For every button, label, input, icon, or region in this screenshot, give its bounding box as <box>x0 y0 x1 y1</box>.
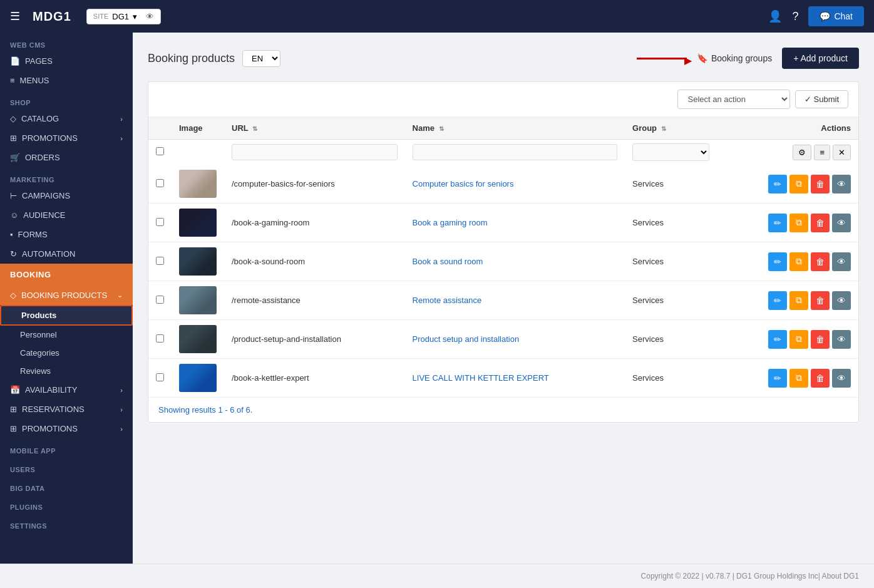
checkmark-icon: ✓ <box>805 95 811 104</box>
sidebar-item-audience[interactable]: ☺ AUDIENCE <box>0 205 133 225</box>
view-button[interactable]: 👁 <box>832 214 851 232</box>
user-icon[interactable]: 👤 <box>768 9 782 23</box>
chevron-right-icon: › <box>120 386 123 394</box>
chevron-right-icon: › <box>120 115 123 123</box>
sidebar-item-forms[interactable]: ▪ FORMS <box>0 225 133 244</box>
sidebar-sub-item-categories[interactable]: Categories <box>0 344 133 362</box>
row-name-cell: Product setup and installation <box>405 320 625 359</box>
delete-button[interactable]: 🗑 <box>811 252 830 271</box>
row-actions-cell: ✏ ⧉ 🗑 👁 <box>717 165 858 204</box>
copy-button[interactable]: ⧉ <box>789 291 808 310</box>
view-button[interactable]: 👁 <box>832 369 851 388</box>
sidebar-item-catalog[interactable]: ◇ CATALOG › <box>0 109 133 128</box>
lang-selector[interactable]: EN FR DE <box>242 50 280 67</box>
delete-button[interactable]: 🗑 <box>811 291 830 310</box>
promotions-icon: ⊞ <box>10 133 17 143</box>
table-row: /book-a-sound-room Book a sound room Ser… <box>148 242 858 281</box>
filter-name-cell <box>405 140 625 165</box>
product-thumbnail <box>179 325 217 353</box>
product-thumbnail <box>179 170 217 198</box>
section-title-mobile: MOBILE APP <box>0 438 133 457</box>
sidebar-item-orders[interactable]: 🛒 ORDERS <box>0 148 133 167</box>
copy-button[interactable]: ⧉ <box>789 214 808 232</box>
filter-row: Services ⚙ ≡ ✕ <box>148 140 858 165</box>
filter-list-button[interactable]: ≡ <box>814 145 830 160</box>
edit-button[interactable]: ✏ <box>768 252 787 271</box>
arrow-indicator: ▶ <box>637 58 687 59</box>
sidebar-item-promotions[interactable]: ⊞ PROMOTIONS › <box>0 128 133 148</box>
row-name-cell: Book a gaming room <box>405 204 625 242</box>
eye-icon[interactable]: 👁 <box>146 12 154 21</box>
sidebar-item-menus[interactable]: ≡ MENUS <box>0 71 133 90</box>
filter-settings-button[interactable]: ⚙ <box>793 145 811 160</box>
sidebar-item-availability[interactable]: 📅 AVAILABILITY › <box>0 380 133 400</box>
section-title-bigdata: BIG DATA <box>0 476 133 495</box>
sidebar-sub-item-reviews[interactable]: Reviews <box>0 362 133 380</box>
delete-button[interactable]: 🗑 <box>811 214 830 232</box>
sidebar-sub-item-personnel[interactable]: Personnel <box>0 326 133 344</box>
edit-button[interactable]: ✏ <box>768 214 787 232</box>
row-group-cell: Services <box>625 242 717 281</box>
row-actions-cell: ✏ ⧉ 🗑 👁 <box>717 281 858 320</box>
site-selector[interactable]: SITE DG1 ▾ 👁 <box>86 9 161 24</box>
copy-button[interactable]: ⧉ <box>789 369 808 388</box>
edit-button[interactable]: ✏ <box>768 175 787 193</box>
delete-button[interactable]: 🗑 <box>811 175 830 193</box>
section-title-shop: SHOP <box>0 90 133 109</box>
view-button[interactable]: 👁 <box>832 291 851 310</box>
help-icon[interactable]: ? <box>792 10 798 23</box>
sidebar-item-pages[interactable]: 📄 PAGES <box>0 51 133 71</box>
row-checkbox[interactable] <box>156 296 164 304</box>
view-button[interactable]: 👁 <box>832 330 851 349</box>
row-group-cell: Services <box>625 359 717 398</box>
edit-button[interactable]: ✏ <box>768 369 787 388</box>
select-all-checkbox[interactable] <box>156 147 164 155</box>
row-name-cell: Book a sound room <box>405 242 625 281</box>
select-all-header <box>148 117 172 140</box>
sidebar-sub-item-products[interactable]: Products <box>0 305 133 326</box>
url-filter-input[interactable] <box>232 144 398 160</box>
filter-clear-button[interactable]: ✕ <box>833 145 851 160</box>
booking-groups-button[interactable]: 🔖 Booking groups <box>697 53 772 63</box>
sidebar-item-promotions2[interactable]: ⊞ PROMOTIONS › <box>0 419 133 438</box>
sidebar-item-booking-products[interactable]: ◇ BOOKING PRODUCTS ⌄ <box>0 286 133 305</box>
group-column-header[interactable]: Group ⇅ <box>625 117 717 140</box>
row-checkbox[interactable] <box>156 334 164 343</box>
delete-button[interactable]: 🗑 <box>811 330 830 349</box>
name-column-header[interactable]: Name ⇅ <box>405 117 625 140</box>
copy-button[interactable]: ⧉ <box>789 175 808 193</box>
row-checkbox[interactable] <box>156 373 164 381</box>
edit-button[interactable]: ✏ <box>768 330 787 349</box>
group-filter-select[interactable]: Services <box>632 143 709 161</box>
row-name-cell: LIVE CALL WITH KETTLER EXPERT <box>405 359 625 398</box>
bookmark-icon: 🔖 <box>697 53 707 63</box>
sidebar-sub-item-label: Categories <box>20 348 59 358</box>
page-title: Booking products <box>148 52 235 65</box>
name-filter-input[interactable] <box>413 144 617 160</box>
submit-button[interactable]: ✓ Submit <box>795 90 848 108</box>
copy-button[interactable]: ⧉ <box>789 252 808 271</box>
edit-button[interactable]: ✏ <box>768 291 787 310</box>
row-name-cell: Computer basics for seniors <box>405 165 625 204</box>
row-checkbox[interactable] <box>156 218 164 226</box>
row-checkbox-cell <box>148 242 172 281</box>
sidebar-item-automation[interactable]: ↻ AUTOMATION <box>0 244 133 264</box>
table-card: Select an action ✓ Submit Image URL ⇅ Na… <box>148 81 859 423</box>
action-select[interactable]: Select an action <box>677 90 790 109</box>
url-column-header[interactable]: URL ⇅ <box>224 117 405 140</box>
delete-button[interactable]: 🗑 <box>811 369 830 388</box>
view-button[interactable]: 👁 <box>832 175 851 193</box>
row-image-cell <box>172 359 224 398</box>
header-actions: ▶ 🔖 Booking groups + Add product <box>637 48 859 69</box>
sidebar-item-label: MENUS <box>20 76 49 85</box>
row-checkbox[interactable] <box>156 257 164 265</box>
chat-button[interactable]: 💬 Chat <box>808 6 864 26</box>
view-button[interactable]: 👁 <box>832 252 851 271</box>
hamburger-icon[interactable]: ☰ <box>10 9 20 23</box>
add-product-button[interactable]: + Add product <box>782 48 859 69</box>
sidebar-item-campaigns[interactable]: ⊢ CAMPAIGNS <box>0 186 133 205</box>
row-checkbox[interactable] <box>156 179 164 187</box>
sidebar-item-reservations[interactable]: ⊞ RESERVATIONS › <box>0 400 133 419</box>
chevron-down-icon: ▾ <box>133 12 137 21</box>
copy-button[interactable]: ⧉ <box>789 330 808 349</box>
